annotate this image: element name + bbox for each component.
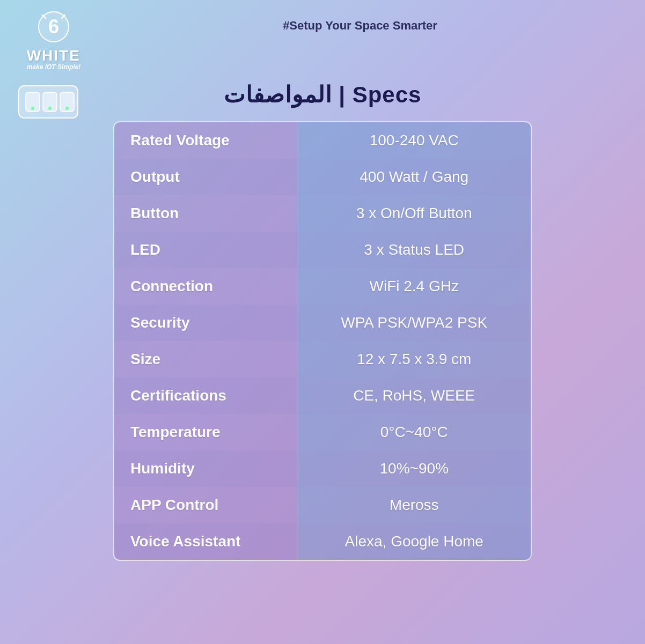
- svg-point-8: [31, 107, 34, 110]
- tagline: #Setup Your Space Smarter: [283, 19, 437, 33]
- page-title: المواصفات | Specs: [224, 82, 422, 108]
- spec-label: Security: [114, 305, 297, 341]
- svg-text:6: 6: [48, 16, 59, 38]
- spec-value: WPA PSK/WPA2 PSK: [297, 305, 531, 341]
- spec-label: Size: [114, 341, 297, 377]
- spec-label: Output: [114, 159, 297, 195]
- table-row: LED3 x Status LED: [114, 232, 531, 268]
- spec-value: 0°C~40°C: [297, 414, 531, 450]
- product-device-icon: [16, 80, 80, 123]
- spec-value: 3 x On/Off Button: [297, 195, 531, 232]
- logo-subtitle: make IOT Simple!: [27, 63, 81, 71]
- table-row: Voice AssistantAlexa, Google Home: [114, 523, 531, 560]
- logo-area: 6 WHITE make IOT Simple!: [16, 11, 91, 71]
- spec-label: Humidity: [114, 450, 297, 487]
- spec-label: LED: [114, 232, 297, 268]
- table-row: APP ControlMeross: [114, 487, 531, 523]
- table-row: SecurityWPA PSK/WPA2 PSK: [114, 305, 531, 341]
- spec-value: 12 x 7.5 x 3.9 cm: [297, 341, 531, 377]
- main-content: المواصفات | Specs Rated Voltage100-240 V…: [0, 76, 645, 561]
- logo-icon: 6: [35, 11, 72, 48]
- specs-table: Rated Voltage100-240 VACOutput400 Watt /…: [113, 121, 532, 561]
- logo-brand: WHITE: [27, 48, 80, 63]
- table-row: Size12 x 7.5 x 3.9 cm: [114, 341, 531, 377]
- spec-value: 3 x Status LED: [297, 232, 531, 268]
- spec-label: Button: [114, 195, 297, 232]
- spec-label: Certifications: [114, 377, 297, 414]
- tagline-area: #Setup Your Space Smarter: [91, 11, 629, 33]
- table-row: Temperature0°C~40°C: [114, 414, 531, 450]
- spec-value: Meross: [297, 487, 531, 523]
- logo-text: WHITE make IOT Simple!: [27, 48, 81, 71]
- table-row: Rated Voltage100-240 VAC: [114, 122, 531, 159]
- svg-point-10: [65, 107, 69, 110]
- spec-label: Rated Voltage: [114, 122, 297, 159]
- product-image-area: [11, 75, 86, 129]
- spec-value: CE, RoHS, WEEE: [297, 377, 531, 414]
- spec-value: 100-240 VAC: [297, 122, 531, 159]
- spec-value: 400 Watt / Gang: [297, 159, 531, 195]
- svg-point-9: [48, 107, 52, 110]
- spec-label: APP Control: [114, 487, 297, 523]
- spec-label: Temperature: [114, 414, 297, 450]
- table-row: ConnectionWiFi 2.4 GHz: [114, 268, 531, 305]
- table-row: Button3 x On/Off Button: [114, 195, 531, 232]
- header: 6 WHITE make IOT Simple! #Setup Your Spa…: [0, 0, 645, 76]
- spec-label: Connection: [114, 268, 297, 305]
- spec-value: WiFi 2.4 GHz: [297, 268, 531, 305]
- spec-label: Voice Assistant: [114, 523, 297, 560]
- table-row: Output400 Watt / Gang: [114, 159, 531, 195]
- table-row: CertificationsCE, RoHS, WEEE: [114, 377, 531, 414]
- spec-value: 10%~90%: [297, 450, 531, 487]
- table-row: Humidity10%~90%: [114, 450, 531, 487]
- spec-value: Alexa, Google Home: [297, 523, 531, 560]
